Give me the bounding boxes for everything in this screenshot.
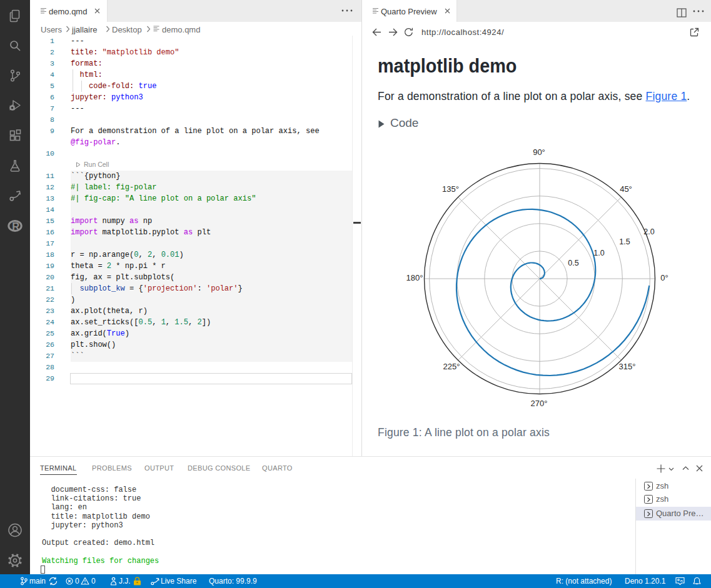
- svg-text:135°: 135°: [442, 184, 459, 194]
- svg-text:1.0: 1.0: [593, 249, 604, 257]
- svg-text:0.5: 0.5: [568, 259, 578, 267]
- svg-text:2.0: 2.0: [643, 227, 654, 236]
- svg-text:0°: 0°: [660, 273, 668, 282]
- svg-text:225°: 225°: [443, 362, 460, 371]
- svg-text:315°: 315°: [619, 362, 636, 371]
- svg-text:45°: 45°: [620, 184, 632, 194]
- svg-text:270°: 270°: [531, 399, 548, 408]
- svg-text:R: R: [12, 221, 19, 232]
- svg-text:1.5: 1.5: [619, 237, 630, 246]
- svg-text:90°: 90°: [533, 147, 545, 157]
- svg-text:180°: 180°: [406, 273, 423, 282]
